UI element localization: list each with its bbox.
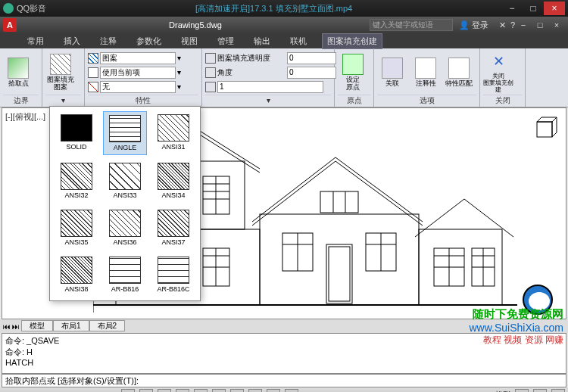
pattern-item[interactable]: AR-B816 <box>103 254 147 296</box>
hatch-color-select[interactable]: 使用当前项 <box>100 67 176 79</box>
polar-toggle[interactable] <box>176 389 189 392</box>
exchange-icon[interactable]: ✕ <box>499 20 506 30</box>
minimize-button[interactable]: − <box>501 2 523 15</box>
cad-titlebar: A Drawing5.dwg 键入关键字或短语 👤 登录 ✕ ? − □ × <box>0 17 568 33</box>
command-input[interactable]: 拾取内部点或 [选择对象(S)/设置(T)]: <box>2 374 566 387</box>
pattern-item[interactable]: ANSI32 <box>55 160 98 202</box>
panel-pattern[interactable]: ▾ <box>45 95 81 105</box>
pick-point-button[interactable]: 拾取点 <box>3 58 33 88</box>
hatch-type-select[interactable]: 图案 <box>100 52 176 64</box>
pattern-name: ANSI38 <box>64 285 88 293</box>
layout-tab[interactable]: 布局1 <box>53 320 89 331</box>
ribbon-tab[interactable]: 注释 <box>95 34 121 48</box>
hatch-pattern-icon <box>50 54 71 75</box>
close-hatch-button[interactable]: ✕ 关闭 图案填充创建 <box>483 51 513 93</box>
chevron-down-icon[interactable]: ▾ <box>177 68 181 76</box>
grid-toggle[interactable] <box>139 389 153 392</box>
close-button[interactable]: × <box>544 2 565 15</box>
doc-minimize-button[interactable]: − <box>515 20 532 30</box>
tab-nav-right-icon[interactable]: ⏭ <box>12 322 20 331</box>
ortho-toggle[interactable] <box>158 389 171 392</box>
pattern-item[interactable]: AR-B816C <box>151 254 195 296</box>
ribbon-tab[interactable]: 参数化 <box>132 34 166 48</box>
document-name: Drawing5.dwg <box>21 20 370 30</box>
pattern-item[interactable]: ANSI38 <box>55 254 98 296</box>
status-btn[interactable] <box>533 389 547 392</box>
pattern-swatch-icon <box>61 163 92 190</box>
svg-rect-33 <box>329 247 350 301</box>
player-titlebar: QQ影音 [高清加速开启]17.3.1 填充别墅立面图.mp4 − □ × <box>0 0 568 17</box>
pattern-name: AR-B816 <box>111 285 139 293</box>
ribbon-tab[interactable]: 图案填充创建 <box>322 33 382 49</box>
ribbon-tab[interactable]: 管理 <box>213 34 239 48</box>
angle-icon <box>205 67 216 78</box>
dyn-toggle[interactable] <box>248 389 262 392</box>
status-btn[interactable] <box>515 389 529 392</box>
origin-icon <box>342 54 364 75</box>
panel-origin[interactable]: 原点 <box>338 95 370 105</box>
person-icon: 👤 <box>459 20 470 30</box>
user-login[interactable]: 👤 登录 <box>459 20 488 31</box>
pattern-item[interactable]: ANGLE <box>103 111 147 155</box>
ribbon-tab[interactable]: 联机 <box>286 34 311 48</box>
svg-marker-2 <box>552 117 557 137</box>
tab-nav-left-icon[interactable]: ⏮ <box>3 322 11 331</box>
color-swatch-icon <box>88 67 98 78</box>
autocad-icon[interactable]: A <box>3 18 17 32</box>
layout-tab[interactable]: 布局2 <box>89 320 126 331</box>
command-line: 命令: H <box>5 347 563 358</box>
pattern-swatch-icon <box>61 257 92 284</box>
pattern-item[interactable]: ANSI33 <box>103 160 147 202</box>
ducs-toggle[interactable] <box>230 389 244 392</box>
annotative-icon <box>415 58 436 79</box>
help-search-input[interactable]: 键入关键字或短语 <box>370 19 453 31</box>
svg-rect-0 <box>537 122 552 137</box>
hatch-pattern-button[interactable]: 图案填充 图案 <box>45 54 76 92</box>
pattern-swatch-icon <box>109 115 141 142</box>
status-btn[interactable] <box>551 389 565 392</box>
doc-close-button[interactable]: × <box>548 20 565 30</box>
pattern-swatch-icon <box>158 210 189 237</box>
osnap-toggle[interactable] <box>194 389 208 392</box>
layout-tab[interactable]: 模型 <box>21 320 53 331</box>
pattern-swatch-icon <box>158 114 189 142</box>
pattern-flyout: SOLIDANGLEANSI31ANSI32ANSI33ANSI34ANSI35… <box>49 106 201 301</box>
pattern-item[interactable]: ANSI34 <box>151 160 195 202</box>
ribbon-tab[interactable]: 常用 <box>23 34 48 48</box>
chevron-down-icon[interactable]: ▾ <box>177 54 181 62</box>
qp-toggle[interactable] <box>285 389 298 392</box>
doc-restore-button[interactable]: □ <box>532 20 548 30</box>
annotative-button[interactable]: 注释性 <box>410 58 441 88</box>
pattern-name: ANSI31 <box>161 143 185 151</box>
pattern-item[interactable]: ANSI36 <box>103 207 147 249</box>
ribbon-tab[interactable]: 插入 <box>59 34 85 48</box>
panel-properties[interactable]: 特性 <box>88 95 198 105</box>
maximize-button[interactable]: □ <box>523 2 544 15</box>
pattern-swatch-icon <box>109 210 141 237</box>
scale-input[interactable] <box>217 81 323 93</box>
view-label[interactable]: [-][俯视][...] <box>5 111 45 123</box>
viewcube[interactable] <box>531 113 558 148</box>
transparency-icon <box>205 53 216 64</box>
panel-options[interactable]: 选项 <box>377 95 476 105</box>
snap-toggle[interactable] <box>121 389 135 392</box>
pattern-item[interactable]: ANSI35 <box>55 207 98 249</box>
transparency-input[interactable] <box>287 52 336 64</box>
pattern-item[interactable]: SOLID <box>55 111 98 155</box>
ribbon-tab[interactable]: 输出 <box>249 34 275 48</box>
hatch-bg-select[interactable]: 无 <box>100 81 176 93</box>
pattern-name: ANSI32 <box>64 191 88 199</box>
angle-input[interactable] <box>287 67 336 79</box>
pattern-swatch-icon <box>109 163 141 190</box>
chevron-down-icon[interactable]: ▾ <box>177 82 181 91</box>
lwt-toggle[interactable] <box>267 389 280 392</box>
ribbon-tab[interactable]: 视图 <box>176 34 202 48</box>
set-origin-button[interactable]: 设定 原点 <box>338 54 368 92</box>
panel-boundary[interactable]: 边界 <box>3 95 39 105</box>
associative-button[interactable]: 关联 <box>377 58 407 88</box>
match-props-button[interactable]: 特性匹配 <box>444 58 474 88</box>
otrack-toggle[interactable] <box>212 389 226 392</box>
pattern-item[interactable]: ANSI31 <box>151 111 195 155</box>
pattern-name: ANSI36 <box>113 238 136 246</box>
pattern-item[interactable]: ANSI37 <box>151 207 195 249</box>
